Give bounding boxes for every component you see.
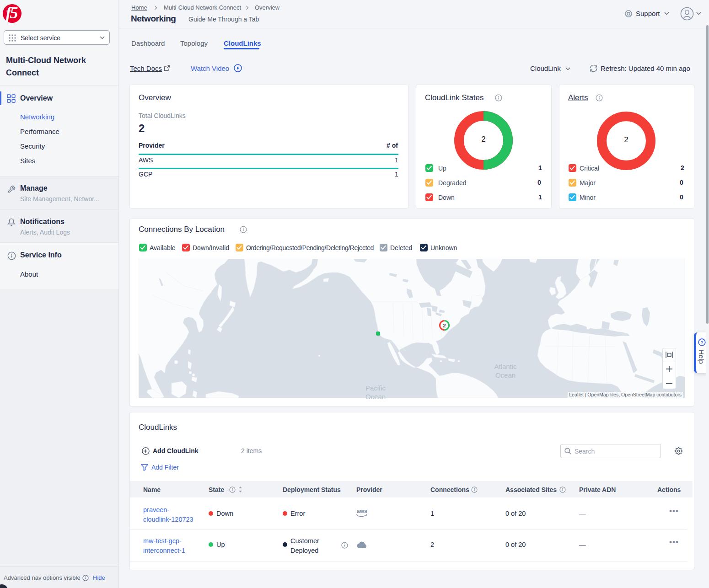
svg-text:2: 2 bbox=[443, 323, 446, 328]
svg-text:?: ? bbox=[701, 340, 704, 345]
